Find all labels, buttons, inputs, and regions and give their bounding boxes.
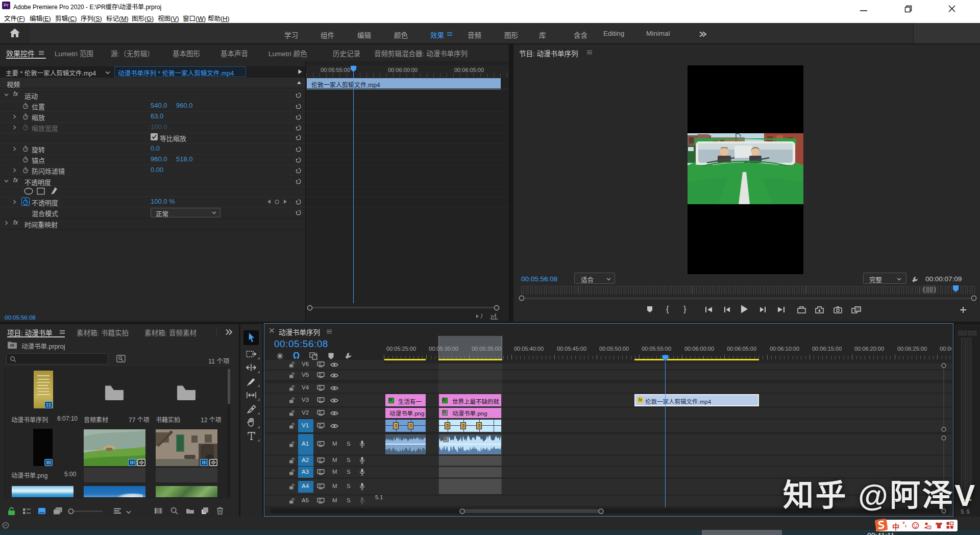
svg-text:72: 72 <box>927 526 930 529</box>
